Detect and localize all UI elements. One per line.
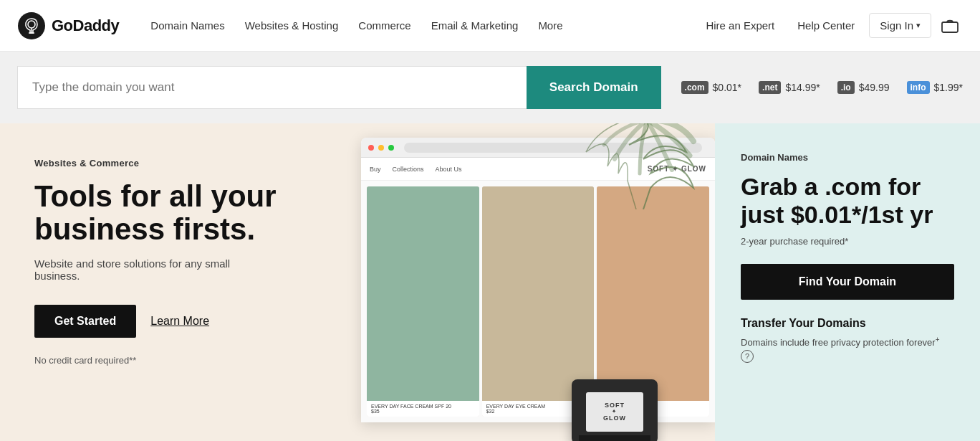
domain-search-input[interactable] — [17, 66, 527, 109]
transfer-desc: Domains include free privacy protection … — [741, 336, 954, 362]
tld-io: .io $49.99 — [837, 81, 890, 94]
tld-com: .com $0.01* — [681, 81, 742, 94]
nav-domain-names[interactable]: Domain Names — [142, 14, 233, 37]
help-center-link[interactable]: Help Center — [789, 14, 863, 37]
nav-email-marketing[interactable]: Email & Marketing — [423, 14, 527, 37]
net-badge: .net — [759, 81, 781, 94]
header-actions: Hire an Expert Help Center Sign In ▾ — [697, 13, 963, 39]
mockup-products: EVERY DAY FACE CREAM SPF 20 $35 EVERY DA… — [361, 181, 715, 422]
main-nav: Domain Names Websites & Hosting Commerce… — [142, 14, 697, 37]
product-price-1: $35 — [371, 409, 475, 414]
palm-leaf-svg — [500, 123, 701, 209]
mockup-nav-collections: Collections — [393, 166, 424, 173]
product-info-1: EVERY DAY FACE CREAM SPF 20 $35 — [367, 401, 479, 417]
hero-subtitle: Website and store solutions for any smal… — [34, 257, 278, 282]
learn-more-button[interactable]: Learn More — [150, 315, 209, 328]
mockup-product-1: EVERY DAY FACE CREAM SPF 20 $35 — [367, 186, 479, 417]
pos-base — [579, 435, 650, 441]
logo-text: GoDaddy — [52, 16, 119, 35]
com-price: $0.01* — [713, 82, 741, 93]
nav-websites-hosting[interactable]: Websites & Hosting — [236, 14, 347, 37]
right-tag: Domain Names — [741, 152, 954, 163]
info-badge: info — [907, 81, 930, 94]
cart-button[interactable] — [937, 13, 963, 39]
right-subtitle: 2-year purchase required* — [741, 236, 954, 247]
info-icon[interactable]: ? — [741, 350, 754, 363]
search-bar: Search Domain .com $0.01* .net $14.99* .… — [0, 52, 980, 123]
logo[interactable]: GoDaddy — [17, 11, 119, 40]
palm-decoration — [500, 123, 701, 209]
sign-in-label: Sign In — [880, 19, 913, 32]
pos-screen: SOFT ✦ GLOW — [586, 392, 643, 432]
product-image-2 — [482, 186, 595, 401]
product-name-1: EVERY DAY FACE CREAM SPF 20 — [371, 404, 475, 409]
mockup-nav-about: About Us — [436, 166, 462, 173]
io-badge: .io — [837, 81, 855, 94]
right-title: Grab a .com for just $0.01*/1st yr — [741, 173, 954, 229]
cart-icon — [941, 16, 959, 35]
get-started-button[interactable]: Get Started — [34, 305, 136, 338]
svg-rect-2 — [942, 22, 958, 32]
product-image-3 — [597, 186, 709, 401]
tld-info: info $1.99* — [907, 81, 963, 94]
transfer-desc-text: Domains include free privacy protection … — [741, 338, 936, 348]
product-image-1 — [367, 186, 479, 401]
nav-more[interactable]: More — [529, 14, 571, 37]
godaddy-logo-icon — [17, 11, 46, 40]
tld-prices: .com $0.01* .net $14.99* .io $49.99 info… — [681, 81, 963, 94]
hero-image-area: Buy Collections About Us SOFT ✦ GLOW EVE… — [322, 123, 715, 441]
nav-commerce[interactable]: Commerce — [350, 14, 419, 37]
hero-right: Domain Names Grab a .com for just $0.01*… — [715, 123, 980, 441]
header: GoDaddy Domain Names Websites & Hosting … — [0, 0, 980, 52]
tld-net: .net $14.99* — [759, 81, 820, 94]
chevron-down-icon: ▾ — [916, 21, 921, 30]
mockup-nav-buy: Buy — [370, 166, 381, 173]
transfer-superscript: + — [936, 336, 940, 343]
svg-point-0 — [18, 12, 45, 39]
sign-in-button[interactable]: Sign In ▾ — [869, 13, 931, 38]
transfer-title: Transfer Your Domains — [741, 317, 954, 330]
main-content: Websites & Commerce Tools for all your b… — [0, 123, 980, 441]
net-price: $14.99* — [785, 82, 820, 93]
io-price: $49.99 — [859, 82, 890, 93]
com-badge: .com — [681, 81, 708, 94]
info-price: $1.99* — [934, 82, 963, 93]
hero-title: Tools for all your business firsts. — [34, 180, 307, 246]
pos-device: SOFT ✦ GLOW — [572, 379, 658, 441]
search-domain-button[interactable]: Search Domain — [527, 66, 661, 109]
hire-expert-link[interactable]: Hire an Expert — [697, 14, 783, 37]
find-domain-button[interactable]: Find Your Domain — [741, 264, 954, 300]
hero-left: Websites & Commerce Tools for all your b… — [0, 123, 715, 441]
